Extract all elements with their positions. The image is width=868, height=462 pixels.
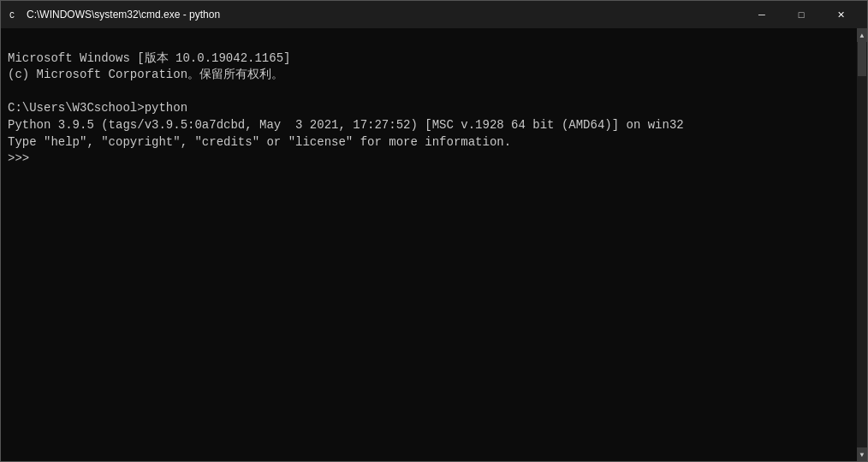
scrollbar-up-arrow[interactable]: ▲ [857, 28, 867, 42]
console-line-6: Type "help", "copyright", "credits" or "… [8, 135, 511, 149]
console-line-1: Microsoft Windows [版本 10.0.19042.1165] [8, 51, 290, 65]
console-line-4: C:\Users\W3Cschool>python [8, 101, 187, 115]
minimize-button[interactable]: ─ [742, 1, 782, 28]
scrollbar-track[interactable] [857, 42, 867, 447]
console-line-2: (c) Microsoft Corporation。保留所有权利。 [8, 68, 283, 81]
window-controls: ─ □ ✕ [742, 1, 860, 28]
app-icon: C [8, 8, 21, 21]
console-line-5: Python 3.9.5 (tags/v3.9.5:0a7dcbd, May 3… [8, 118, 684, 132]
close-button[interactable]: ✕ [821, 1, 860, 28]
cmd-window: C C:\WINDOWS\system32\cmd.exe - python ─… [0, 0, 868, 462]
console-prompt: >>> [8, 151, 37, 165]
maximize-button[interactable]: □ [782, 1, 821, 28]
scrollbar-down-arrow[interactable]: ▼ [857, 447, 867, 461]
window-title: C:\WINDOWS\system32\cmd.exe - python [27, 9, 742, 21]
console-area[interactable]: Microsoft Windows [版本 10.0.19042.1165] (… [1, 28, 867, 461]
vertical-scrollbar[interactable]: ▲ ▼ [857, 28, 867, 461]
scrollbar-thumb[interactable] [858, 42, 866, 76]
svg-text:C: C [9, 11, 15, 21]
titlebar: C C:\WINDOWS\system32\cmd.exe - python ─… [1, 1, 867, 28]
console-output: Microsoft Windows [版本 10.0.19042.1165] (… [1, 28, 857, 461]
